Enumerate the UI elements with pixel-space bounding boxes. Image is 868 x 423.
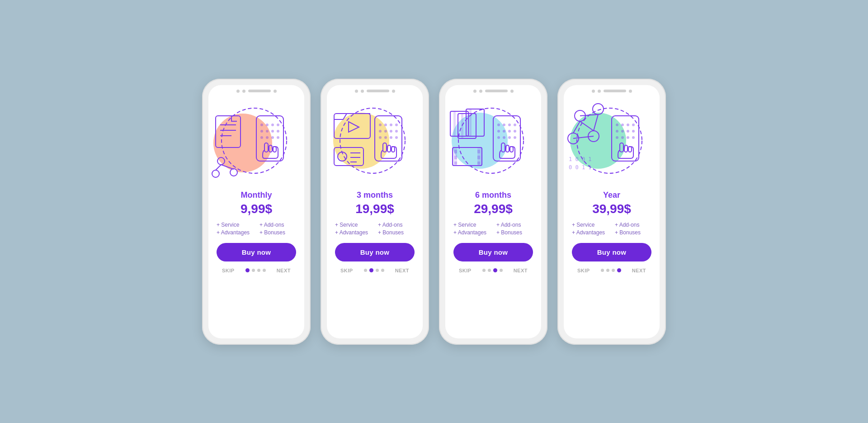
- svg-point-109: [627, 136, 629, 139]
- svg-point-18: [271, 130, 274, 133]
- svg-point-14: [271, 124, 274, 126]
- feature-advantages: + Advantages: [335, 229, 372, 236]
- phone-dot-2: [598, 90, 601, 93]
- svg-point-21: [266, 136, 269, 139]
- feature-advantages: + Advantages: [217, 229, 253, 236]
- svg-point-16: [260, 130, 263, 133]
- plan-features: + Service + Add-ons + Advantages + Bonus…: [572, 222, 651, 236]
- feature-addons: + Add-ons: [615, 222, 651, 228]
- buy-button[interactable]: Buy now: [572, 243, 651, 261]
- svg-point-27: [333, 113, 389, 169]
- feature-service: + Service: [572, 222, 609, 228]
- feature-addons: + Add-ons: [259, 222, 296, 228]
- svg-rect-66: [477, 150, 480, 153]
- plan-price: 39,99$: [592, 202, 631, 216]
- buy-button[interactable]: Buy now: [335, 243, 415, 261]
- svg-point-72: [508, 124, 511, 126]
- svg-point-71: [503, 124, 505, 126]
- illustration-area: [448, 100, 538, 186]
- plan-name: 3 months: [357, 190, 393, 200]
- next-label[interactable]: NEXT: [514, 268, 528, 273]
- svg-rect-64: [454, 156, 457, 159]
- svg-rect-65: [454, 162, 457, 165]
- svg-point-106: [632, 130, 635, 133]
- svg-text:1 0 0 1: 1 0 0 1: [569, 156, 592, 162]
- nav-dot-1: [252, 269, 255, 272]
- illustration-area: [330, 100, 420, 186]
- phone-content: 3 months 19,99$ + Service + Add-ons + Ad…: [327, 95, 423, 338]
- next-label[interactable]: NEXT: [395, 268, 409, 273]
- phone-top-bar: [445, 85, 541, 95]
- nav-dot-2: [612, 269, 615, 272]
- svg-text:0 0 1 1: 0 0 1 1: [569, 164, 592, 171]
- illustration-area: [211, 100, 302, 186]
- phone-bottom-bar: SKIP NEXT: [572, 268, 651, 279]
- svg-point-20: [260, 136, 263, 139]
- nav-dots: [245, 268, 266, 272]
- skip-label[interactable]: SKIP: [577, 268, 590, 273]
- svg-point-15: [277, 124, 279, 126]
- skip-label[interactable]: SKIP: [222, 268, 235, 273]
- phone-speaker: [248, 90, 271, 92]
- svg-point-104: [621, 130, 624, 133]
- plan-name: 6 months: [475, 190, 511, 200]
- svg-point-44: [395, 130, 398, 133]
- phone-top-bar: [208, 85, 304, 95]
- nav-dot-0: [245, 268, 250, 272]
- svg-rect-51: [392, 147, 395, 152]
- phone-dot-2: [479, 90, 482, 93]
- illustration-area: 1 0 0 1 0 0 1 1: [566, 100, 657, 186]
- feature-advantages: + Advantages: [572, 229, 609, 236]
- svg-point-41: [379, 130, 382, 133]
- svg-rect-59: [469, 109, 472, 136]
- plan-price: 19,99$: [355, 202, 394, 216]
- feature-service: + Service: [217, 222, 253, 228]
- svg-point-76: [508, 130, 511, 133]
- svg-rect-63: [454, 150, 457, 153]
- phone-year: 1 0 0 1 0 0 1 1: [557, 79, 666, 345]
- svg-point-8: [212, 170, 219, 177]
- svg-rect-55: [453, 111, 456, 136]
- svg-point-38: [384, 124, 387, 126]
- feature-service: + Service: [335, 222, 372, 228]
- svg-point-73: [514, 124, 516, 126]
- feature-advantages: + Advantages: [453, 229, 490, 236]
- svg-point-107: [616, 136, 618, 139]
- svg-point-48: [395, 136, 398, 139]
- svg-rect-67: [477, 156, 480, 159]
- nav-dot-3: [500, 269, 503, 272]
- svg-point-101: [627, 124, 629, 126]
- svg-point-0: [213, 114, 272, 172]
- svg-point-13: [266, 124, 269, 126]
- svg-rect-84: [510, 147, 513, 152]
- phone-top-bar: [327, 85, 423, 95]
- svg-point-103: [616, 130, 618, 133]
- phone-content: 6 months 29,99$ + Service + Add-ons + Ad…: [445, 95, 541, 338]
- skip-label[interactable]: SKIP: [459, 268, 472, 273]
- next-label[interactable]: NEXT: [632, 268, 646, 273]
- nav-dot-1: [606, 269, 609, 272]
- next-label[interactable]: NEXT: [277, 268, 291, 273]
- nav-dots: [601, 268, 621, 272]
- phone-speaker: [367, 90, 389, 92]
- phone-inner: 6 months 29,99$ + Service + Add-ons + Ad…: [445, 85, 541, 338]
- phone-content: 1 0 0 1 0 0 1 1: [564, 95, 660, 338]
- nav-dot-2: [376, 269, 379, 272]
- svg-point-22: [271, 136, 274, 139]
- phone-inner: 1 0 0 1 0 0 1 1: [564, 85, 660, 338]
- skip-label[interactable]: SKIP: [340, 268, 353, 273]
- nav-dot-3: [381, 269, 384, 272]
- svg-point-81: [514, 136, 516, 139]
- svg-point-39: [390, 124, 392, 126]
- buy-button[interactable]: Buy now: [217, 243, 296, 261]
- svg-point-12: [260, 124, 263, 126]
- feature-bonuses: + Bonuses: [615, 229, 651, 236]
- plan-price: 29,99$: [474, 202, 513, 216]
- phone-bottom-bar: SKIP NEXT: [453, 268, 533, 279]
- phone-bottom-bar: SKIP NEXT: [335, 268, 415, 279]
- buy-button[interactable]: Buy now: [453, 243, 533, 261]
- phone-content: Monthly 9,99$ + Service + Add-ons + Adva…: [208, 95, 304, 338]
- nav-dot-0: [601, 269, 604, 272]
- nav-dot-1: [369, 268, 373, 272]
- nav-dots: [482, 268, 503, 272]
